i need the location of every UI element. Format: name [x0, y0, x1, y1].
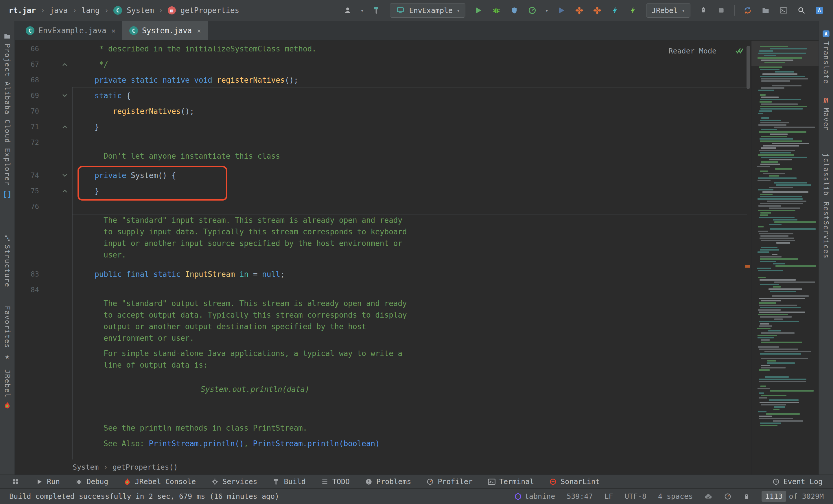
breadcrumb-item-rtjar[interactable]: rt.jar	[9, 6, 36, 15]
code-line-75[interactable]: 75}	[15, 183, 751, 199]
doc-line[interactable]: See the println methods in class PrintSt…	[15, 422, 751, 434]
doc-line[interactable]: The "standard" input stream. This stream…	[15, 215, 751, 226]
toolwindow-button-terminal[interactable]: Terminal	[487, 477, 534, 486]
code-line-68[interactable]: 68private static native void registerNat…	[15, 72, 751, 88]
minimap[interactable]	[751, 41, 818, 475]
search-everywhere-icon[interactable]	[796, 5, 806, 15]
toolwindow-button-restservices[interactable]: RestServices	[822, 202, 830, 259]
project-folder-icon[interactable]	[761, 5, 770, 15]
toolwindow-button-project[interactable]: Project	[3, 33, 11, 77]
update-resources-icon[interactable]	[628, 5, 638, 15]
run-with-button[interactable]	[556, 5, 566, 15]
doc-line[interactable]: The "standard" output stream. This strea…	[15, 298, 751, 309]
reload-icon[interactable]	[743, 5, 753, 15]
line-separator[interactable]: LF	[604, 492, 613, 501]
lock-icon[interactable]	[743, 493, 750, 500]
build-project-icon[interactable]	[372, 5, 382, 15]
run-configuration-select[interactable]: EnvExample ▾	[390, 3, 466, 18]
toolwindow-button-translate[interactable]: ATranslate	[822, 30, 830, 84]
doc-line[interactable]: Don't let anyone instantiate this class	[15, 150, 751, 162]
close-icon[interactable]: ✕	[112, 27, 115, 34]
user-icon[interactable]	[343, 5, 353, 15]
breadcrumb-item-system[interactable]: System	[127, 6, 154, 15]
hotswap-icon[interactable]	[574, 5, 584, 15]
toolwindow-button-maven[interactable]: mMaven	[822, 96, 830, 131]
jrebel-select[interactable]: JRebel ▾	[646, 3, 690, 18]
stop-button[interactable]	[716, 5, 726, 15]
toolwindow-button-run[interactable]: Run	[35, 477, 60, 486]
toolwindow-button-sonarlint[interactable]: SonarLint	[549, 477, 600, 486]
toolwindow-button-favorites[interactable]: Favorites★	[3, 306, 11, 361]
code-line-67[interactable]: 67 */	[15, 57, 751, 72]
editor[interactable]: Reader Mode 66 * described in the initia…	[15, 41, 751, 475]
doc-line[interactable]: to supply input data. Typically this str…	[15, 226, 751, 237]
breadcrumb-method[interactable]: getProperties()	[113, 463, 178, 471]
toolwindow-button-build[interactable]: Build	[272, 477, 306, 486]
warn-icon	[365, 478, 373, 486]
toolwindow-button-structure[interactable]: Structure	[3, 234, 11, 287]
app-config-icon	[396, 5, 405, 15]
doc-line[interactable]: line of output data is:	[15, 359, 751, 371]
doc-line[interactable]: For simple stand-alone Java applications…	[15, 348, 751, 359]
doc-line[interactable]: See Also: PrintStream.println(), PrintSt…	[15, 438, 751, 449]
code-line-74[interactable]: 74private System() {	[15, 168, 751, 183]
toolwindow-button-jrebel[interactable]: JRebel	[3, 369, 11, 409]
fold-up-icon[interactable]	[39, 188, 71, 194]
toolwindow-button-debug[interactable]: Debug	[75, 477, 108, 486]
tabnine-widget[interactable]: tabnine	[514, 492, 555, 501]
toolwindow-switcher-icon[interactable]	[10, 477, 20, 487]
line-content: }	[71, 187, 751, 195]
fold-down-icon[interactable]	[39, 93, 71, 99]
breadcrumb-item-getproperties[interactable]: getProperties	[181, 6, 239, 15]
run-button[interactable]	[474, 5, 483, 15]
debug-icon	[75, 478, 83, 486]
gauge-status-icon[interactable]	[724, 493, 732, 500]
caret-position[interactable]: 539:47	[567, 492, 593, 501]
toolwindow-button-problems[interactable]: Problems	[365, 477, 411, 486]
coverage-button[interactable]	[509, 5, 519, 15]
code-line-71[interactable]: 71}	[15, 119, 751, 135]
code-line-76[interactable]: 76	[15, 199, 751, 215]
fold-down-icon[interactable]	[39, 172, 71, 179]
code-line-83[interactable]: 83public final static InputStream in = n…	[15, 267, 751, 282]
update-classes-icon[interactable]	[610, 5, 620, 15]
doc-line[interactable]: user.	[15, 249, 751, 261]
fold-up-icon[interactable]	[39, 124, 71, 130]
cloud-sync-icon[interactable]	[704, 493, 712, 501]
translate-icon[interactable]: A	[814, 5, 824, 15]
toolwindow-button-jclasslib[interactable]: jclasslib	[822, 153, 830, 196]
toolwindow-button-todo[interactable]: TODO	[321, 477, 350, 486]
tab-envexample-java[interactable]: C EnvExample.java ✕	[19, 21, 122, 40]
breadcrumb-item-lang[interactable]: lang	[81, 6, 100, 15]
toolwindow-button-jrebel-console[interactable]: JRebel Console	[123, 477, 196, 486]
breadcrumb-class[interactable]: System	[73, 463, 99, 471]
hotswap-alt-icon[interactable]	[592, 5, 602, 15]
profiler-button[interactable]	[527, 5, 537, 15]
toolwindow-button-alibaba-cloud-explorer[interactable]: Alibaba Cloud Explorer[]	[3, 81, 11, 198]
memory-indicator[interactable]: 1113 of 3029M	[762, 491, 824, 502]
doc-line[interactable]: environment or user.	[15, 332, 751, 344]
toolwindow-button-services[interactable]: Services	[211, 477, 257, 486]
breadcrumb-item-java[interactable]: java	[50, 6, 68, 15]
user-caret-icon[interactable]: ▾	[361, 7, 364, 14]
code-line-84[interactable]: 84	[15, 282, 751, 298]
indent-setting[interactable]: 4 spaces	[658, 492, 693, 501]
tab-system-java[interactable]: C System.java ✕	[122, 21, 208, 40]
doc-line[interactable]: output or another output destination spe…	[15, 321, 751, 332]
toolwindow-icon[interactable]	[779, 5, 788, 15]
debug-button[interactable]	[492, 5, 501, 15]
doc-line[interactable]: to accept output data. Typically this st…	[15, 309, 751, 321]
code-line-70[interactable]: 70 registerNatives();	[15, 103, 751, 119]
close-icon[interactable]: ✕	[197, 27, 201, 34]
doc-line[interactable]: System.out.println(data)	[15, 383, 751, 395]
code-line-72[interactable]: 72	[15, 135, 751, 150]
profiler-caret-icon[interactable]: ▾	[545, 7, 548, 14]
code-line-66[interactable]: 66 * described in the initializeSystemCl…	[15, 41, 751, 57]
toolwindow-button-event-log[interactable]: Event Log	[772, 477, 823, 486]
file-encoding[interactable]: UTF-8	[625, 492, 646, 501]
doc-line[interactable]: input or another input source specified …	[15, 237, 751, 249]
deploy-icon[interactable]	[698, 5, 708, 15]
fold-up-icon[interactable]	[39, 61, 71, 68]
toolwindow-button-profiler[interactable]: Profiler	[426, 477, 472, 486]
code-line-69[interactable]: 69static {	[15, 88, 751, 103]
